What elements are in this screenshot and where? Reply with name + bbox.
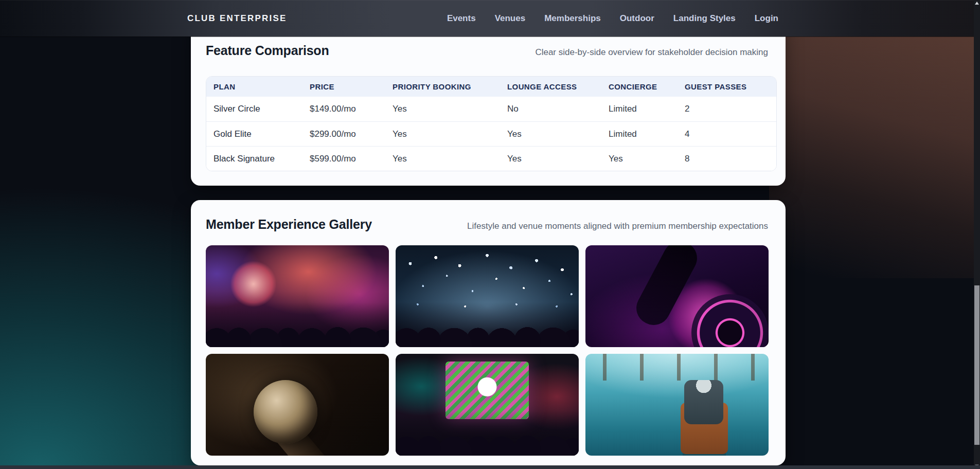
- table-cell: Yes: [500, 154, 601, 164]
- gallery-title: Member Experience Gallery: [206, 217, 372, 231]
- table-cell: Silver Circle: [206, 104, 302, 114]
- table-cell: No: [500, 104, 601, 114]
- comparison-table-header-row: PLANPRICEPRIORITY BOOKINGLOUNGE ACCESSCO…: [206, 77, 776, 97]
- brand-logo[interactable]: CLUB ENTERPRISE: [187, 13, 287, 24]
- feature-comparison-subtitle: Clear side-by-side overview for stakehol…: [535, 47, 768, 58]
- gallery-image-led-screen-performer: [396, 354, 579, 456]
- gallery-card: Member Experience Gallery Lifestyle and …: [191, 200, 786, 465]
- nav-link-memberships[interactable]: Memberships: [544, 13, 601, 24]
- table-row: Black Signature$599.00/moYesYesYes8: [206, 146, 776, 171]
- scrollbar-up-arrow-icon[interactable]: [975, 2, 979, 5]
- gallery-header: Member Experience Gallery Lifestyle and …: [191, 200, 786, 231]
- gallery-image-underwater-pool-lounge: [585, 354, 769, 456]
- table-cell: $599.00/mo: [302, 154, 385, 164]
- gallery-image-concert-crowd-stage-lights: [206, 245, 389, 347]
- table-header-cell: PLAN: [206, 82, 302, 91]
- top-navigation: CLUB ENTERPRISE EventsVenuesMembershipsO…: [0, 0, 980, 37]
- table-cell: 2: [678, 104, 776, 114]
- gallery-image-microphone-closeup: [206, 354, 389, 456]
- table-cell: Gold Elite: [206, 129, 302, 139]
- table-cell: $299.00/mo: [302, 129, 385, 139]
- scrollbar-thumb[interactable]: [974, 285, 979, 445]
- comparison-table-body: Silver Circle$149.00/moYesNoLimited2Gold…: [206, 97, 776, 171]
- table-cell: Yes: [601, 154, 678, 164]
- nav-link-events[interactable]: Events: [447, 13, 476, 24]
- feature-comparison-title: Feature Comparison: [206, 43, 329, 58]
- table-cell: Yes: [385, 129, 500, 139]
- nav-links: EventsVenuesMembershipsOutdoorLanding St…: [447, 13, 778, 24]
- nav-link-login[interactable]: Login: [755, 13, 778, 24]
- table-row: Gold Elite$299.00/moYesYesLimited4: [206, 121, 776, 146]
- table-cell: 8: [678, 154, 776, 164]
- table-cell: Limited: [601, 104, 678, 114]
- table-cell: $149.00/mo: [302, 104, 385, 114]
- gallery-subtitle: Lifestyle and venue moments aligned with…: [467, 221, 768, 231]
- table-cell: Limited: [601, 129, 678, 139]
- table-row: Silver Circle$149.00/moYesNoLimited2: [206, 97, 776, 121]
- table-header-cell: CONCIERGE: [601, 82, 678, 91]
- nav-link-outdoor[interactable]: Outdoor: [620, 13, 654, 24]
- table-header-cell: PRIORITY BOOKING: [385, 82, 500, 91]
- table-header-cell: GUEST PASSES: [678, 82, 776, 91]
- viewport-bottom-edge: [0, 465, 980, 469]
- table-header-cell: LOUNGE ACCESS: [500, 82, 601, 91]
- table-cell: Yes: [500, 129, 601, 139]
- gallery-image-confetti-celebration: [396, 245, 579, 347]
- table-cell: Yes: [385, 154, 500, 164]
- background-brown-glow: [769, 37, 974, 278]
- nav-link-landing-styles[interactable]: Landing Styles: [673, 13, 736, 24]
- table-cell: 4: [678, 129, 776, 139]
- table-cell: Black Signature: [206, 154, 302, 164]
- table-cell: Yes: [385, 104, 500, 114]
- scrollbar-track[interactable]: [974, 0, 980, 469]
- feature-comparison-card: Feature Comparison Clear side-by-side ov…: [191, 21, 786, 186]
- gallery-image-dj-turntable: [585, 245, 769, 347]
- comparison-table: PLANPRICEPRIORITY BOOKINGLOUNGE ACCESSCO…: [206, 76, 777, 171]
- table-header-cell: PRICE: [302, 82, 385, 91]
- nav-link-venues[interactable]: Venues: [495, 13, 526, 24]
- gallery-grid: [206, 245, 777, 456]
